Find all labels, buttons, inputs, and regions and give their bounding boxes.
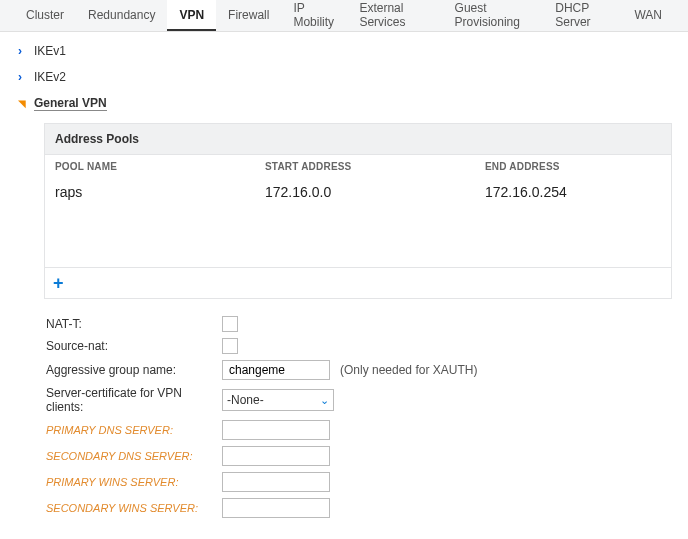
nat-t-label: NAT-T: [46, 317, 222, 331]
address-pools-add-row: + [44, 268, 672, 299]
secondary-dns-input[interactable] [222, 446, 330, 466]
secondary-wins-label: SECONDARY WINS SERVER: [46, 502, 222, 514]
primary-dns-label: PRIMARY DNS SERVER: [46, 424, 222, 436]
tab-wan[interactable]: WAN [622, 0, 674, 31]
pool-end-cell: 172.16.0.254 [485, 184, 661, 200]
primary-wins-input[interactable] [222, 472, 330, 492]
col-end-address: END ADDRESS [485, 161, 661, 172]
caret-down-icon: ◥ [18, 98, 28, 109]
general-vpn-content: Address Pools POOL NAME START ADDRESS EN… [44, 123, 672, 521]
section-ikev1[interactable]: › IKEv1 [16, 38, 672, 64]
chevron-down-icon: ⌄ [320, 394, 329, 407]
server-cert-select[interactable]: -None- ⌄ [222, 389, 334, 411]
tab-vpn[interactable]: VPN [167, 0, 216, 31]
secondary-wins-input[interactable] [222, 498, 330, 518]
section-general-vpn-label: General VPN [34, 96, 107, 111]
section-ikev1-label: IKEv1 [34, 44, 66, 58]
server-cert-value: -None- [227, 393, 264, 407]
aggressive-group-hint: (Only needed for XAUTH) [340, 363, 477, 377]
tab-redundancy[interactable]: Redundancy [76, 0, 167, 31]
source-nat-checkbox[interactable] [222, 338, 238, 354]
section-ikev2[interactable]: › IKEv2 [16, 64, 672, 90]
top-tabs: Cluster Redundancy VPN Firewall IP Mobil… [0, 0, 688, 32]
table-row[interactable]: raps 172.16.0.0 172.16.0.254 [45, 178, 671, 206]
chevron-right-icon: › [18, 70, 28, 84]
tab-external-services[interactable]: External Services [347, 0, 442, 31]
primary-wins-label: PRIMARY WINS SERVER: [46, 476, 222, 488]
address-pools-body: raps 172.16.0.0 172.16.0.254 [44, 178, 672, 268]
tab-dhcp-server[interactable]: DHCP Server [543, 0, 622, 31]
aggressive-group-input[interactable] [222, 360, 330, 380]
nat-t-checkbox[interactable] [222, 316, 238, 332]
add-pool-button[interactable]: + [53, 274, 64, 292]
general-vpn-form: NAT-T: Source-nat: Aggressive group name… [46, 313, 672, 521]
address-pools-title: Address Pools [44, 123, 672, 155]
secondary-dns-label: SECONDARY DNS SERVER: [46, 450, 222, 462]
chevron-right-icon: › [18, 44, 28, 58]
section-ikev2-label: IKEv2 [34, 70, 66, 84]
tab-guest-provisioning[interactable]: Guest Provisioning [443, 0, 544, 31]
tab-cluster[interactable]: Cluster [14, 0, 76, 31]
aggressive-group-label: Aggressive group name: [46, 363, 222, 377]
col-pool-name: POOL NAME [55, 161, 265, 172]
primary-dns-input[interactable] [222, 420, 330, 440]
pool-start-cell: 172.16.0.0 [265, 184, 485, 200]
address-pools-columns: POOL NAME START ADDRESS END ADDRESS [44, 155, 672, 178]
pool-name-cell: raps [55, 184, 265, 200]
col-start-address: START ADDRESS [265, 161, 485, 172]
source-nat-label: Source-nat: [46, 339, 222, 353]
server-cert-label: Server-certificate for VPN clients: [46, 386, 222, 414]
section-general-vpn[interactable]: ◥ General VPN [16, 90, 672, 117]
tab-ip-mobility[interactable]: IP Mobility [281, 0, 347, 31]
tab-firewall[interactable]: Firewall [216, 0, 281, 31]
